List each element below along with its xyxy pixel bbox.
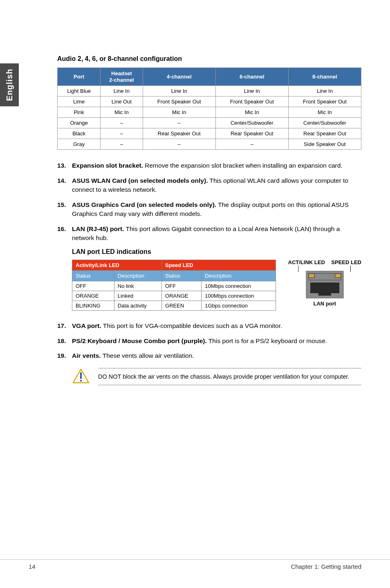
table-row: Orange––Center/SubwooferCenter/Subwoofer [58,118,361,128]
caution-text: DO NOT block the air vents on the chassi… [98,368,361,385]
audio-th-port: Port [58,68,101,86]
audio-config-heading: Audio 2, 4, 6, or 8-channel configuratio… [57,55,361,63]
list-item: 19.Air vents. These vents allow air vent… [57,351,361,360]
lan-th-activity: Activity/Link LED [72,260,162,271]
caution-note: DO NOT block the air vents on the chassi… [72,368,361,386]
list-item: 16.LAN (RJ-45) port. This port allows Gi… [57,224,361,243]
audio-th-4ch: 4-channel [143,68,215,86]
table-row: Light BlueLine InLine InLine InLine In [58,86,361,97]
caution-icon [72,368,90,386]
svg-rect-2 [335,274,341,278]
rj45-port-icon [305,270,344,299]
svg-point-8 [80,380,82,382]
list-item: 15.ASUS Graphics Card (on selected model… [57,200,361,219]
table-row: OFFNo linkOFF10Mbps connection [72,281,276,291]
page-content: Audio 2, 4, 6, or 8-channel configuratio… [0,0,390,386]
lan-th-speed: Speed LED [162,260,276,271]
speed-led-label: SPEED LED [331,260,361,265]
page-number: 14 [29,563,36,570]
page-footer: 14 Chapter 1: Getting started [0,559,390,570]
description-list-2: 17.VGA port. This port is for VGA-compat… [57,321,361,360]
table-row: Black–Rear Speaker OutRear Speaker OutRe… [58,128,361,139]
description-list-1: 13.Expansion slot bracket. Remove the ex… [57,161,361,242]
lan-led-heading: LAN port LED indications [72,248,361,256]
chapter-title: Chapter 1: Getting started [291,563,361,570]
list-item: 18.PS/2 Keyboard / Mouse Combo port (pur… [57,337,361,346]
table-row: PinkMic InMic InMic InMic In [58,107,361,118]
table-row: LimeLine OutFront Speaker OutFront Speak… [58,97,361,107]
audio-config-table: Port Headset 2-channel 4-channel 6-chann… [57,67,361,150]
audio-th-headset: Headset 2-channel [101,68,143,86]
audio-th-8ch: 8-channel [288,68,361,86]
audio-th-6ch: 6-channel [215,68,288,86]
language-tab: English [0,63,19,106]
list-item: 13.Expansion slot bracket. Remove the ex… [57,161,361,170]
svg-rect-5 [318,291,331,296]
lan-port-diagram: ACT/LINK LED SPEED LED ││ LAN port [288,260,361,306]
lan-row: Activity/Link LED Speed LED Status Descr… [72,260,361,311]
act-link-led-label: ACT/LINK LED [288,260,325,265]
table-row: BLINKINGData activityGREEN1Gbps connecti… [72,301,276,311]
table-row: ORANGELinkedORANGE100Mbps connection [72,291,276,301]
list-item: 14.ASUS WLAN Card (on selected models on… [57,176,361,195]
lan-led-table: Activity/Link LED Speed LED Status Descr… [72,260,276,311]
lan-port-caption: LAN port [288,301,361,307]
svg-rect-1 [309,274,314,278]
table-row: Gray–––Side Speaker Out [58,139,361,150]
list-item: 17.VGA port. This port is for VGA-compat… [57,321,361,330]
